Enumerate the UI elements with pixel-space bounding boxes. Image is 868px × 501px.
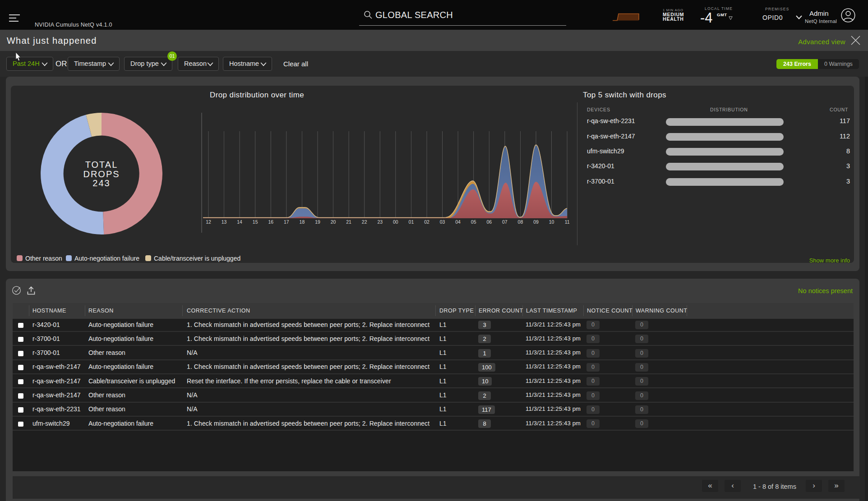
svg-text:08: 08	[518, 219, 523, 225]
svg-text:10: 10	[549, 219, 554, 225]
svg-text:17: 17	[284, 219, 289, 225]
svg-text:04: 04	[455, 219, 461, 225]
svg-text:13: 13	[222, 219, 227, 225]
svg-text:01: 01	[409, 219, 414, 225]
svg-text:15: 15	[253, 219, 258, 225]
svg-text:16: 16	[268, 219, 273, 225]
svg-text:02: 02	[424, 219, 429, 225]
svg-text:07: 07	[502, 219, 508, 225]
svg-text:06: 06	[486, 219, 492, 225]
svg-text:00: 00	[393, 219, 398, 225]
svg-text:22: 22	[362, 219, 367, 225]
svg-text:23: 23	[377, 219, 383, 225]
svg-text:03: 03	[440, 219, 445, 225]
svg-text:19: 19	[315, 219, 320, 225]
svg-text:05: 05	[471, 219, 476, 225]
svg-text:21: 21	[346, 219, 351, 225]
svg-text:09: 09	[533, 219, 539, 225]
svg-text:14: 14	[237, 219, 242, 225]
svg-text:11: 11	[565, 219, 570, 225]
svg-text:20: 20	[331, 219, 336, 225]
svg-text:18: 18	[300, 219, 305, 225]
svg-text:12: 12	[206, 219, 211, 225]
